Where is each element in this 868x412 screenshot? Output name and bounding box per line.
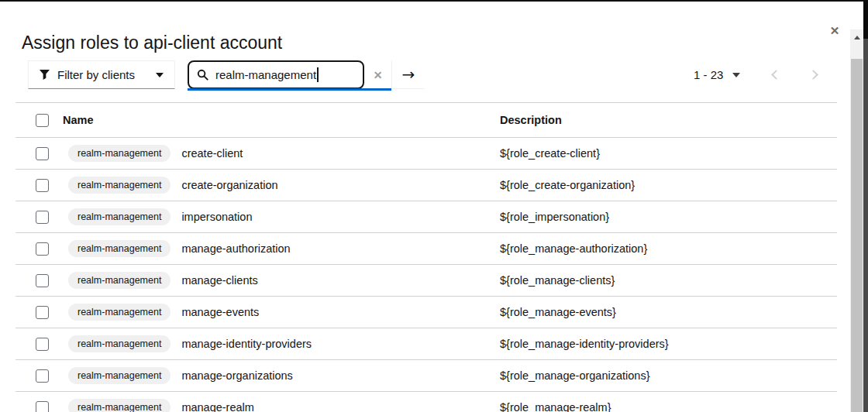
select-all-cell <box>16 114 63 127</box>
row-checkbox[interactable] <box>36 306 49 319</box>
search-icon <box>197 69 208 81</box>
role-description: ${role_manage-realm} <box>500 401 837 412</box>
role-name: manage-organizations <box>181 369 292 382</box>
role-description: ${role_create-client} <box>500 147 837 160</box>
table-row: realm-management manage-realm ${role_man… <box>16 392 837 412</box>
filter-funnel-icon <box>40 70 50 80</box>
clear-search-icon[interactable]: ✕ <box>364 60 391 89</box>
client-badge: realm-management <box>68 304 170 321</box>
search-input-value: realm-management <box>215 68 316 81</box>
row-checkbox[interactable] <box>36 338 49 351</box>
row-checkbox-cell <box>16 211 63 224</box>
table-body: realm-management create-client ${role_cr… <box>16 138 837 412</box>
search-input[interactable]: realm-management <box>188 60 364 89</box>
chevron-down-icon <box>156 73 164 77</box>
text-caret <box>317 67 319 82</box>
client-badge: realm-management <box>68 208 170 225</box>
table-row: realm-management impersonation ${role_im… <box>16 201 837 233</box>
row-name-cell: realm-management manage-authorization <box>63 240 500 257</box>
table-row: realm-management create-organization ${r… <box>16 170 837 201</box>
row-name-cell: realm-management manage-realm <box>63 399 500 412</box>
client-badge: realm-management <box>68 367 170 384</box>
role-description: ${role_manage-clients} <box>500 274 837 287</box>
scrollbar-thumb[interactable] <box>851 59 863 412</box>
row-name-cell: realm-management create-organization <box>63 177 500 194</box>
row-name-cell: realm-management manage-events <box>63 304 500 321</box>
pagination-next-button[interactable] <box>802 64 824 86</box>
role-name: impersonation <box>181 211 252 223</box>
role-description: ${role_manage-organizations} <box>500 369 837 382</box>
role-name: create-client <box>181 147 243 160</box>
modal-title: Assign roles to api-client account <box>22 32 282 53</box>
column-header-description: Description <box>500 114 837 126</box>
backdrop-right-strip <box>863 39 868 412</box>
role-name: manage-events <box>181 306 259 318</box>
role-description: ${role_impersonation} <box>500 211 837 223</box>
pagination-prev-button[interactable] <box>765 64 787 86</box>
row-checkbox[interactable] <box>36 401 49 412</box>
filter-by-clients-dropdown[interactable]: Filter by clients <box>28 60 175 89</box>
row-name-cell: realm-management manage-clients <box>63 272 500 289</box>
backdrop-top-strip <box>0 0 868 2</box>
row-checkbox[interactable] <box>36 147 49 160</box>
row-name-cell: realm-management create-client <box>63 145 500 162</box>
roles-table: Name Description realm-management create… <box>16 102 837 412</box>
row-checkbox[interactable] <box>36 179 49 192</box>
client-badge: realm-management <box>68 145 170 162</box>
pagination-range: 1 - 23 <box>694 68 723 81</box>
row-checkbox[interactable] <box>36 369 49 383</box>
table-header-row: Name Description <box>16 102 837 138</box>
chevron-right-icon <box>808 70 818 80</box>
table-row: realm-management manage-organizations ${… <box>16 360 837 392</box>
row-checkbox-cell <box>16 369 63 383</box>
client-badge: realm-management <box>68 335 170 352</box>
row-checkbox-cell <box>16 179 63 192</box>
row-checkbox[interactable] <box>36 274 49 287</box>
role-name: manage-authorization <box>181 242 290 255</box>
role-name: manage-clients <box>181 274 257 287</box>
role-name: manage-realm <box>181 401 254 412</box>
role-name: create-organization <box>181 179 277 191</box>
filter-dropdown-label: Filter by clients <box>57 68 135 81</box>
client-badge: realm-management <box>68 399 170 412</box>
scroll-up-arrow-icon <box>854 36 860 39</box>
table-row: realm-management manage-authorization ${… <box>16 233 837 265</box>
client-badge: realm-management <box>68 272 170 289</box>
row-checkbox-cell <box>16 147 63 160</box>
table-row: realm-management manage-events ${role_ma… <box>16 297 837 328</box>
row-checkbox-cell <box>16 274 63 287</box>
role-description: ${role_create-organization} <box>500 179 837 191</box>
role-description: ${role_manage-authorization} <box>500 242 837 255</box>
scrollbar-up-button[interactable] <box>850 29 863 45</box>
row-checkbox[interactable] <box>36 211 49 224</box>
column-header-name: Name <box>63 114 500 126</box>
row-checkbox[interactable] <box>36 242 49 256</box>
pagination: 1 - 23 <box>694 60 824 89</box>
row-checkbox-cell <box>16 338 63 351</box>
row-name-cell: realm-management manage-organizations <box>63 367 500 384</box>
role-name: manage-identity-providers <box>181 338 312 350</box>
search-focus-underline <box>188 88 391 91</box>
client-badge: realm-management <box>68 240 170 257</box>
select-all-checkbox[interactable] <box>36 114 49 127</box>
row-checkbox-cell <box>16 242 63 256</box>
client-badge: realm-management <box>68 177 170 194</box>
vertical-scrollbar-track[interactable] <box>850 29 863 412</box>
role-description: ${role_manage-events} <box>500 306 837 318</box>
pagination-chevron-down-icon[interactable] <box>732 73 740 77</box>
search-group: realm-management ✕ → <box>188 60 425 89</box>
row-checkbox-cell <box>16 401 63 412</box>
chevron-left-icon <box>771 70 781 80</box>
close-icon[interactable]: ✕ <box>826 22 843 39</box>
row-name-cell: realm-management manage-identity-provide… <box>63 335 500 352</box>
row-name-cell: realm-management impersonation <box>63 208 500 225</box>
role-description: ${role_manage-identity-providers} <box>500 338 837 350</box>
row-checkbox-cell <box>16 306 63 319</box>
search-submit-arrow-icon[interactable]: → <box>391 60 425 89</box>
backdrop-right-strip-top <box>863 0 868 39</box>
table-row: realm-management create-client ${role_cr… <box>16 138 837 170</box>
table-row: realm-management manage-identity-provide… <box>16 328 837 360</box>
table-row: realm-management manage-clients ${role_m… <box>16 265 837 297</box>
